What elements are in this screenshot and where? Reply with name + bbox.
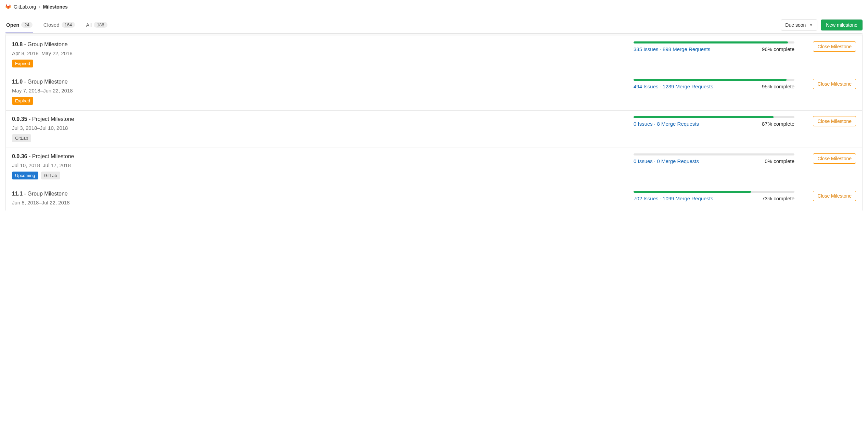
milestone-links: 494 Issues · 1239 Merge Requests	[634, 84, 713, 89]
merge-requests-link[interactable]: 898 Merge Requests	[663, 46, 710, 52]
milestone-stats: 335 Issues · 898 Merge Requests96% compl…	[634, 46, 794, 52]
milestone-badges: UpcomingGitLab	[12, 172, 627, 179]
progress-bar	[634, 116, 794, 118]
milestone-links: 0 Issues · 8 Merge Requests	[634, 121, 699, 127]
milestone-version: 10.8	[12, 41, 23, 47]
progress-bar	[634, 153, 794, 155]
issues-link[interactable]: 702 Issues	[634, 196, 659, 201]
dot-separator: ·	[653, 121, 657, 127]
sort-dropdown-label: Due soon	[785, 22, 806, 28]
milestone-actions: Close Milestone	[801, 153, 856, 164]
milestone-version: 11.1	[12, 191, 23, 197]
tab-open-count: 24	[21, 22, 32, 28]
milestone-title[interactable]: 0.0.36 - Project Milestone	[12, 153, 627, 160]
milestone-scope: Group Milestone	[27, 191, 67, 197]
breadcrumb-current: Milestones	[43, 4, 67, 10]
milestone-links: 335 Issues · 898 Merge Requests	[634, 46, 710, 52]
project-badge[interactable]: GitLab	[41, 172, 60, 179]
controls: Due soon ▼ New milestone	[781, 17, 863, 33]
milestone-progress-block: 335 Issues · 898 Merge Requests96% compl…	[634, 41, 794, 52]
milestone-left: 10.8 - Group MilestoneApr 8, 2018–May 22…	[12, 41, 627, 67]
progress-fill	[634, 41, 788, 43]
milestone-stats: 0 Issues · 8 Merge Requests87% complete	[634, 121, 794, 127]
milestone-actions: Close Milestone	[801, 116, 856, 126]
close-milestone-button[interactable]: Close Milestone	[813, 41, 856, 52]
milestone-scope: Group Milestone	[27, 79, 67, 85]
issues-link[interactable]: 335 Issues	[634, 46, 659, 52]
close-milestone-button[interactable]: Close Milestone	[813, 153, 856, 164]
project-badge[interactable]: GitLab	[12, 134, 31, 142]
milestone-left: 0.0.36 - Project MilestoneJul 10, 2018–J…	[12, 153, 627, 179]
milestone-title[interactable]: 10.8 - Group Milestone	[12, 41, 627, 48]
gitlab-logo-icon	[5, 4, 11, 10]
milestone-actions: Close Milestone	[801, 79, 856, 89]
milestone-complete: 95% complete	[762, 84, 794, 89]
close-milestone-button[interactable]: Close Milestone	[813, 191, 856, 201]
milestone-dates: May 7, 2018–Jun 22, 2018	[12, 88, 627, 93]
milestone-version: 0.0.35	[12, 116, 27, 122]
dash: -	[23, 41, 27, 47]
milestone-progress-block: 702 Issues · 1099 Merge Requests73% comp…	[634, 191, 794, 201]
tabs: Open 24 Closed 164 All 186	[5, 17, 108, 33]
milestone-scope: Project Milestone	[32, 116, 74, 122]
milestone-actions: Close Milestone	[801, 41, 856, 52]
sort-dropdown[interactable]: Due soon ▼	[781, 20, 817, 30]
divider	[5, 14, 863, 14]
close-milestone-button[interactable]: Close Milestone	[813, 116, 856, 126]
close-milestone-button[interactable]: Close Milestone	[813, 79, 856, 89]
issues-link[interactable]: 494 Issues	[634, 84, 659, 89]
tab-closed-label: Closed	[43, 22, 60, 28]
tab-all-label: All	[86, 22, 92, 28]
milestone-complete: 87% complete	[762, 121, 794, 127]
tabs-row: Open 24 Closed 164 All 186 Due soon ▼ Ne…	[5, 17, 863, 33]
progress-bar	[634, 41, 794, 43]
milestone-version: 11.0	[12, 79, 23, 85]
issues-link[interactable]: 0 Issues	[634, 121, 653, 127]
chevron-down-icon: ▼	[809, 23, 813, 27]
tab-closed-count: 164	[62, 22, 75, 28]
milestone-dates: Jul 3, 2018–Jul 10, 2018	[12, 125, 627, 131]
milestone-badges: Expired	[12, 97, 627, 105]
milestone-dates: Jul 10, 2018–Jul 17, 2018	[12, 162, 627, 168]
milestone-progress-block: 0 Issues · 8 Merge Requests87% complete	[634, 116, 794, 127]
milestone-complete: 96% complete	[762, 46, 794, 52]
progress-fill	[634, 116, 774, 118]
milestone-progress-block: 494 Issues · 1239 Merge Requests95% comp…	[634, 79, 794, 89]
milestone-stats: 0 Issues · 0 Merge Requests0% complete	[634, 158, 794, 164]
dash: -	[23, 191, 27, 197]
milestone-title[interactable]: 0.0.35 - Project Milestone	[12, 116, 627, 122]
chevron-right-icon: ›	[39, 4, 40, 9]
merge-requests-link[interactable]: 1099 Merge Requests	[663, 196, 713, 201]
merge-requests-link[interactable]: 8 Merge Requests	[657, 121, 699, 127]
merge-requests-link[interactable]: 0 Merge Requests	[657, 158, 699, 164]
expired-badge: Expired	[12, 97, 33, 105]
tab-all[interactable]: All 186	[85, 17, 108, 33]
milestone-stats: 702 Issues · 1099 Merge Requests73% comp…	[634, 196, 794, 201]
milestone-complete: 73% complete	[762, 196, 794, 201]
dash: -	[27, 153, 32, 159]
progress-fill	[634, 79, 787, 81]
milestone-title[interactable]: 11.1 - Group Milestone	[12, 191, 627, 197]
milestone-complete: 0% complete	[765, 158, 794, 164]
milestone-list: 10.8 - Group MilestoneApr 8, 2018–May 22…	[5, 34, 863, 211]
progress-fill	[634, 191, 751, 193]
milestone-badges: GitLab	[12, 134, 627, 142]
new-milestone-button[interactable]: New milestone	[821, 20, 863, 30]
milestone-stats: 494 Issues · 1239 Merge Requests95% comp…	[634, 84, 794, 89]
milestone-left: 11.0 - Group MilestoneMay 7, 2018–Jun 22…	[12, 79, 627, 105]
breadcrumb-group-link[interactable]: GitLab.org	[14, 4, 36, 10]
progress-bar	[634, 191, 794, 193]
tab-open[interactable]: Open 24	[5, 17, 33, 33]
issues-link[interactable]: 0 Issues	[634, 158, 653, 164]
merge-requests-link[interactable]: 1239 Merge Requests	[663, 84, 713, 89]
tab-closed[interactable]: Closed 164	[43, 17, 76, 33]
dot-separator: ·	[659, 196, 663, 201]
milestone-links: 702 Issues · 1099 Merge Requests	[634, 196, 713, 201]
milestone-progress-block: 0 Issues · 0 Merge Requests0% complete	[634, 153, 794, 164]
milestone-title[interactable]: 11.0 - Group Milestone	[12, 79, 627, 85]
dot-separator: ·	[653, 158, 657, 164]
milestone-row: 0.0.35 - Project MilestoneJul 3, 2018–Ju…	[6, 111, 862, 148]
milestone-badges: Expired	[12, 60, 627, 67]
dash: -	[23, 79, 27, 85]
dot-separator: ·	[659, 84, 663, 89]
